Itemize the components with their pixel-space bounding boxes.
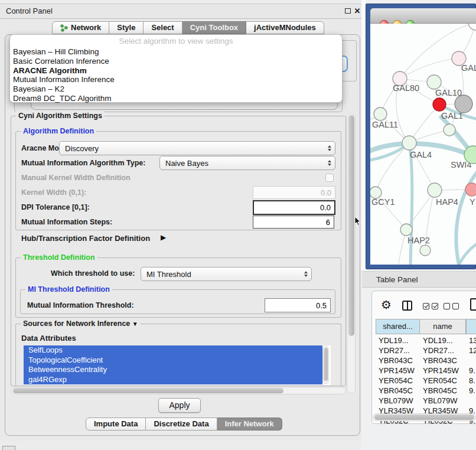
- node-label: GCY1: [371, 197, 395, 207]
- attribute-item-topologicalcoefficient[interactable]: TopologicalCoefficient: [24, 356, 322, 366]
- graph-node-hap2[interactable]: [400, 224, 412, 236]
- table-cell[interactable]: YDR27...: [423, 346, 466, 355]
- columns-icon[interactable]: [402, 301, 412, 311]
- graph-node-hap4[interactable]: [428, 183, 442, 197]
- graph-edge-highlighted: [459, 243, 476, 265]
- algorithm-option-basic-correlation-inference[interactable]: Basic Correlation Inference: [13, 57, 338, 66]
- mi-threshold-field[interactable]: 0.5: [265, 298, 331, 312]
- table-cell[interactable]: 13: [469, 336, 476, 345]
- collapsed-arrow-icon[interactable]: ▶: [161, 233, 166, 242]
- tab-label: Style: [117, 21, 135, 34]
- kernel-width-field[interactable]: 0.0: [253, 186, 335, 199]
- attribute-item-betweennesscentrality[interactable]: BetweennessCentrality: [24, 365, 322, 375]
- expanded-arrow-icon[interactable]: ▼: [132, 321, 138, 327]
- table-cell[interactable]: 12: [469, 346, 476, 355]
- table-cell[interactable]: YER054C: [379, 376, 420, 385]
- bottom-tab-infer-network[interactable]: Infer Network: [217, 418, 282, 431]
- bottom-tab-bar: Impute DataDiscretize DataInfer Network: [86, 418, 282, 431]
- tab-jactivemnodules[interactable]: jActiveMNodules: [246, 21, 324, 34]
- graph-edge-highlighted: [409, 143, 412, 265]
- mouse-cursor: [354, 216, 361, 226]
- graph-node-gcy1[interactable]: [370, 187, 382, 198]
- deselect-all-checks-icon[interactable]: [444, 303, 459, 309]
- attribute-item-gal4rgexp[interactable]: gal4RGexp: [24, 375, 322, 385]
- graph-node-swi4[interactable]: [444, 124, 455, 136]
- algorithm-option-bayesian-k2[interactable]: Bayesian – K2: [13, 84, 338, 94]
- graph-node-gal10[interactable]: [427, 75, 441, 89]
- algorithm-option-bayesian-hill-climbing[interactable]: Bayesian – Hill Climbing: [13, 47, 338, 57]
- graph-node-gal1[interactable]: [433, 98, 446, 111]
- panel-title: Control Panel: [6, 6, 53, 15]
- scrollbar-thumb[interactable]: [348, 115, 354, 336]
- column-header-name[interactable]: name: [420, 319, 466, 334]
- control-panel-tab-bar: NetworkStyleSelectCyni ToolboxjActiveMNo…: [52, 21, 324, 34]
- table-cell[interactable]: 8.: [469, 376, 476, 385]
- table-panel-title: Table Panel: [376, 275, 418, 284]
- tab-style[interactable]: Style: [109, 21, 144, 34]
- settings-vertical-scrollbar[interactable]: [347, 113, 356, 393]
- apply-button[interactable]: Apply: [158, 398, 201, 413]
- graph-node-gal11[interactable]: [374, 107, 387, 120]
- bottom-tab-discretize-data[interactable]: Discretize Data: [146, 418, 217, 431]
- algorithm-option-dream8-dc-tdc-algorithm[interactable]: Dream8 DC_TDC Algorithm: [13, 94, 338, 103]
- tab-select[interactable]: Select: [144, 21, 182, 34]
- table-cell[interactable]: YDL19...: [423, 336, 466, 345]
- tab-label: Cyni Toolbox: [190, 21, 238, 34]
- table-cell[interactable]: YBL079W: [423, 396, 466, 405]
- which-threshold-combo[interactable]: MI Threshold: [141, 267, 312, 281]
- scrollbar-thumb[interactable]: [374, 415, 474, 420]
- graph-node[interactable]: [455, 95, 472, 113]
- threshold-definition-title: Threshold Definition: [21, 253, 97, 262]
- data-attributes-list[interactable]: SelfLoopsTopologicalCoefficientBetweenne…: [24, 345, 331, 385]
- attribute-item-selfloops[interactable]: SelfLoops: [24, 345, 322, 356]
- table-cell[interactable]: 9.: [469, 366, 476, 375]
- manual-kernel-checkbox[interactable]: [325, 174, 334, 182]
- table-cell[interactable]: YBR045C: [423, 386, 466, 395]
- graph-node[interactable]: [468, 24, 476, 30]
- column-header-shared[interactable]: shared...: [376, 319, 420, 334]
- graph-node-y[interactable]: [465, 183, 476, 196]
- column-header-extra[interactable]: [466, 319, 476, 334]
- table-horizontal-scrollbar[interactable]: [373, 413, 476, 421]
- attributes-list-scrollbar[interactable]: [322, 346, 329, 384]
- gear-icon[interactable]: ⚙: [381, 298, 392, 312]
- table-cell[interactable]: 9.: [469, 386, 476, 395]
- table-cell[interactable]: YBL079W: [379, 396, 420, 405]
- table-cell[interactable]: YBR043C: [379, 356, 420, 365]
- mi-type-combo[interactable]: Naive Bayes: [159, 156, 335, 170]
- table-cell[interactable]: YBR045C: [379, 386, 420, 395]
- scrollbar-thumb[interactable]: [324, 348, 328, 381]
- algorithm-option-aracne-algorithm[interactable]: ARACNE Algorithm: [13, 66, 338, 76]
- graph-edge: [376, 143, 409, 193]
- tab-cyni-toolbox[interactable]: Cyni Toolbox: [182, 21, 246, 34]
- export-table-icon[interactable]: [470, 298, 476, 311]
- table-cell[interactable]: YDL19...: [379, 336, 420, 345]
- settings-horizontal-scrollbar[interactable]: [11, 387, 346, 394]
- graph-node[interactable]: [420, 245, 431, 256]
- network-canvas[interactable]: GALGAL80GAL10GAL1GAL11SWI4GAL4GCY1HAP4YH…: [370, 24, 476, 265]
- float-window-button[interactable]: [344, 7, 352, 15]
- table-cell[interactable]: YPR145W: [423, 366, 466, 375]
- algorithm-option-mutual-information-inference[interactable]: Mutual Information Inference: [13, 75, 338, 84]
- which-threshold-label: Which threshold to use:: [51, 269, 135, 278]
- graph-node-gal4[interactable]: [402, 136, 416, 150]
- scrollbar-thumb[interactable]: [13, 388, 283, 393]
- mi-steps-field[interactable]: 6: [253, 216, 334, 229]
- dpi-tolerance-field[interactable]: 0.0: [253, 200, 335, 215]
- network-window-titlebar[interactable]: [370, 8, 476, 24]
- dpi-tolerance-label: DPI Tolerance [0,1]:: [21, 203, 90, 211]
- aracne-mode-combo[interactable]: Discovery: [59, 141, 335, 155]
- select-all-checks-icon[interactable]: [423, 303, 438, 309]
- close-button[interactable]: ✕: [353, 7, 361, 15]
- network-graph: GALGAL80GAL10GAL1GAL11SWI4GAL4GCY1HAP4YH…: [370, 24, 476, 265]
- combo-arrows-icon: [328, 160, 332, 166]
- minimized-panel-chip[interactable]: [2, 446, 15, 450]
- table-cell[interactable]: YBR043C: [423, 356, 466, 365]
- tab-network[interactable]: Network: [52, 21, 109, 34]
- tab-label: Impute Data: [94, 418, 138, 431]
- bottom-tab-impute-data[interactable]: Impute Data: [86, 418, 146, 431]
- table-cell[interactable]: YDR27...: [379, 346, 420, 355]
- mi-type-label: Mutual Information Algorithm Type:: [21, 159, 145, 167]
- table-cell[interactable]: YPR145W: [379, 366, 420, 375]
- table-cell[interactable]: YER054C: [423, 376, 466, 385]
